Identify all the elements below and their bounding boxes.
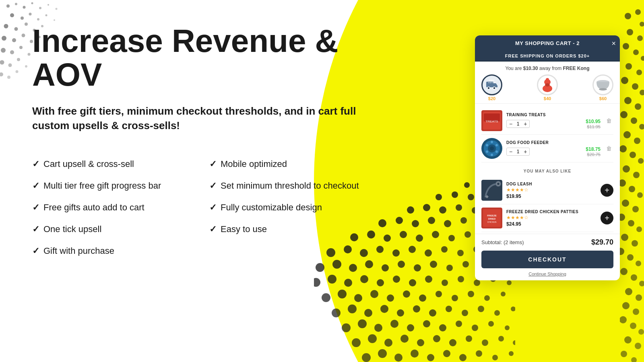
feature-item: ✓ Easy to use <box>209 218 386 240</box>
feature-item: ✓ Free gifts auto add to cart <box>32 197 209 218</box>
svg-text:CHICKEN: CHICKEN <box>487 221 497 223</box>
cart-ymal-title: YOU MAY ALSO LIKE <box>481 169 613 173</box>
treats-product-image: TREATS <box>481 110 502 131</box>
cart-item-treats: TREATS TRAINING TREATS − 1 + $10.95 $11.… <box>481 107 613 135</box>
qty-increase-treats[interactable]: + <box>523 121 528 127</box>
chicken-product-image: FREEZE DRIED CHICKEN <box>481 208 502 228</box>
checkmark-icon: ✓ <box>32 224 39 234</box>
svg-text:DRIED: DRIED <box>488 218 496 220</box>
feature-item: ✓ One tick upsell <box>32 218 209 240</box>
checkmark-icon: ✓ <box>209 224 217 234</box>
cart-price-current-treats: $10.95 <box>586 119 601 124</box>
tier-item-60: $60 <box>592 74 613 101</box>
svg-text:FREEZE: FREEZE <box>487 214 497 217</box>
hero-subtitle: With free gift tiers, minimum checkout t… <box>32 104 378 133</box>
checkmark-icon: ✓ <box>32 202 39 213</box>
cart-continue-shopping[interactable]: Continue Shopping <box>475 272 620 280</box>
ymal-stars-chicken: ★★★★☆ <box>506 215 597 220</box>
cart-item-name-feeder: DOG FOOD FEEDER <box>506 140 601 145</box>
cart-close-button[interactable]: × <box>611 40 616 47</box>
svg-text:SHIPPING: SHIPPING <box>488 82 495 84</box>
cart-title: MY SHOPPING CART - 2 <box>480 40 615 46</box>
checkmark-icon: ✓ <box>32 181 39 191</box>
feature-item: ✓ Cart upsell & cross-sell <box>32 153 209 175</box>
cart-price-original-feeder: $20.75 <box>586 152 601 157</box>
cart-shipping-banner: FREE SHIPPING ON ORDERS $20+ <box>475 51 620 62</box>
tier-circle-bowl <box>592 74 613 95</box>
cart-subtotal-amount: $29.70 <box>591 238 613 247</box>
left-panel: Increase Revenue & AOV With free gift ti… <box>0 0 411 362</box>
shopping-cart-widget: MY SHOPPING CART - 2 × FREE SHIPPING ON … <box>475 35 620 280</box>
features-right-column: ✓ Mobile optimized ✓ Set minimum thresho… <box>209 153 386 262</box>
qty-value-feeder: 1 <box>515 149 521 154</box>
checkmark-icon: ✓ <box>209 159 217 169</box>
cart-checkout-button[interactable]: CHECKOUT <box>481 251 613 268</box>
ymal-item-image-leash <box>481 180 502 201</box>
qty-increase-feeder[interactable]: + <box>523 149 528 154</box>
svg-point-223 <box>546 78 549 81</box>
svg-point-216 <box>487 87 490 89</box>
cart-progress-text: You are $10.30 away from FREE Kong <box>481 66 613 71</box>
svg-point-238 <box>486 150 488 153</box>
ymal-stars-leash: ★★★★☆ <box>506 187 597 193</box>
tier-label-20: $20 <box>488 96 495 101</box>
cart-ymal-section: YOU MAY ALSO LIKE DOG LEASH ★★★★☆ $19.95… <box>475 166 620 234</box>
svg-point-233 <box>490 146 494 150</box>
bowl-icon <box>595 79 611 91</box>
ymal-price-leash: $19.95 <box>506 193 597 199</box>
cart-item-name-treats: TRAINING TREATS <box>506 113 601 117</box>
ymal-price-chicken: $24.95 <box>506 221 597 227</box>
feature-item: ✓ Multi tier free gift progress bar <box>32 175 209 197</box>
tier-item-20: FREE SHIPPING $20 <box>481 74 502 101</box>
ymal-add-button-chicken[interactable]: + <box>601 212 613 224</box>
cart-item-feeder: DOG FOOD FEEDER − 1 + $18.75 $20.75 🗑 <box>481 135 613 162</box>
qty-value-treats: 1 <box>515 121 521 127</box>
svg-point-235 <box>495 144 498 146</box>
svg-point-225 <box>599 88 607 90</box>
tier-label-60: $60 <box>599 96 607 101</box>
ymal-item-details-chicken: FREEZE DRIED CHICKEN PATTIES ★★★★☆ $24.9… <box>506 210 597 227</box>
cart-delete-treats[interactable]: 🗑 <box>605 116 613 125</box>
qty-decrease-treats[interactable]: − <box>508 121 513 127</box>
cart-item-image-feeder <box>481 138 502 159</box>
cart-delete-feeder[interactable]: 🗑 <box>605 144 613 153</box>
cart-progress-section: You are $10.30 away from FREE Kong FREE … <box>475 62 620 103</box>
cart-item-prices-treats: $10.95 $11.95 <box>586 119 601 129</box>
ymal-item-name-leash: DOG LEASH <box>506 182 597 186</box>
ymal-item-details-leash: DOG LEASH ★★★★☆ $19.95 <box>506 182 597 199</box>
tier-label-40: $40 <box>544 96 551 101</box>
cart-item-prices-feeder: $18.75 $20.75 <box>586 146 601 157</box>
cart-item-image-treats: TREATS <box>481 110 502 131</box>
svg-point-234 <box>491 141 493 143</box>
cart-item-quantity-feeder: − 1 + <box>506 148 530 156</box>
ymal-item-name-chicken: FREEZE DRIED CHICKEN PATTIES <box>506 210 597 214</box>
tier-circle-kong <box>537 74 558 95</box>
features-grid: ✓ Cart upsell & cross-sell ✓ Multi tier … <box>32 153 386 262</box>
cart-header: MY SHOPPING CART - 2 × <box>475 35 620 51</box>
cart-subtotal-row: Subtotal: (2 items) $29.70 <box>475 234 620 251</box>
qty-decrease-feeder[interactable]: − <box>508 149 513 154</box>
svg-point-222 <box>545 83 550 86</box>
svg-point-242 <box>497 183 500 185</box>
checkmark-icon: ✓ <box>32 159 39 169</box>
page-title: Increase Revenue & AOV <box>32 24 386 92</box>
ymal-add-button-leash[interactable]: + <box>601 184 613 197</box>
features-left-column: ✓ Cart upsell & cross-sell ✓ Multi tier … <box>32 153 209 262</box>
leash-product-image <box>481 180 502 201</box>
kong-toy-icon <box>541 77 554 93</box>
feature-item: ✓ Mobile optimized <box>209 153 386 175</box>
svg-point-237 <box>491 154 493 156</box>
ymal-item-leash: DOG LEASH ★★★★☆ $19.95 + <box>481 177 613 204</box>
svg-rect-229 <box>484 113 500 121</box>
svg-point-239 <box>486 144 488 146</box>
cart-item-details-feeder: DOG FOOD FEEDER − 1 + $18.75 $20.75 <box>506 140 601 157</box>
feature-item: ✓ Fully customizable design <box>209 197 386 218</box>
svg-point-236 <box>495 150 498 153</box>
tier-circle-shipping: FREE SHIPPING <box>481 74 502 95</box>
cart-item-quantity-treats: − 1 + <box>506 120 530 128</box>
feature-item: ✓ Gift with purchase <box>32 240 209 262</box>
feature-item: ✓ Set minimum threshold to checkout <box>209 175 386 197</box>
checkmark-icon: ✓ <box>32 246 39 256</box>
ymal-item-chicken: FREEZE DRIED CHICKEN FREEZE DRIED CHICKE… <box>481 204 613 232</box>
ymal-item-image-chicken: FREEZE DRIED CHICKEN <box>481 208 502 228</box>
